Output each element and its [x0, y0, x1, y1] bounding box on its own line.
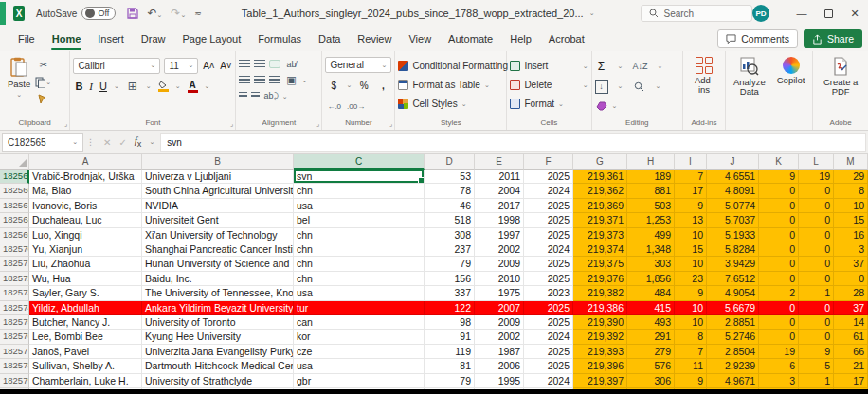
- autosave-toggle[interactable]: Off: [81, 7, 116, 20]
- cell-J182568[interactable]: 5.7037: [707, 213, 759, 227]
- analyze-data-button[interactable]: Analyze Data: [729, 55, 770, 99]
- cell-M182575[interactable]: 14: [834, 315, 868, 330]
- cell-H182565[interactable]: 189: [627, 170, 675, 184]
- cell-K182565[interactable]: 9: [759, 170, 799, 184]
- row-header-182571[interactable]: 182571: [0, 257, 29, 271]
- cell-I182580[interactable]: 6: [675, 388, 707, 389]
- underline-button[interactable]: U: [99, 81, 107, 92]
- find-select-icon[interactable]: [632, 80, 645, 94]
- cell-B182569[interactable]: Xi'an University of Technology: [142, 228, 294, 242]
- cell-C182577[interactable]: cze: [294, 345, 425, 359]
- cell-I182573[interactable]: 9: [675, 286, 707, 300]
- cell-G182568[interactable]: 219,371: [573, 213, 627, 227]
- cell-J182569[interactable]: 5.1933: [707, 228, 759, 242]
- row-header-182575[interactable]: 182575: [0, 315, 29, 330]
- cell-G182572[interactable]: 219,376: [573, 272, 627, 286]
- cell-E182566[interactable]: 2004: [475, 184, 524, 198]
- number-format-select[interactable]: General⌄: [325, 57, 391, 73]
- cell-L182576[interactable]: 0: [799, 330, 834, 344]
- cell-J182565[interactable]: 4.6551: [707, 170, 759, 184]
- cell-C182567[interactable]: usa: [294, 199, 425, 213]
- cell-K182569[interactable]: 0: [759, 228, 799, 242]
- cell-G182578[interactable]: 219,396: [573, 359, 627, 373]
- cell-C182574[interactable]: tur: [294, 301, 425, 315]
- cell-E182579[interactable]: 1995: [475, 374, 524, 388]
- cell-H182578[interactable]: 576: [627, 359, 675, 373]
- enter-icon[interactable]: ✓: [118, 137, 126, 148]
- cell-C182575[interactable]: can: [294, 315, 425, 330]
- row-header-182567[interactable]: 182567: [0, 199, 29, 213]
- increase-decimal-icon[interactable]: ←.0: [327, 102, 341, 111]
- cell-I182574[interactable]: 10: [675, 301, 707, 315]
- cell-H182570[interactable]: 1,348: [627, 242, 675, 257]
- cell-D182579[interactable]: 79: [425, 374, 475, 388]
- cell-A182574[interactable]: Yildiz, Abdullah: [29, 301, 142, 315]
- cell-G182569[interactable]: 219,373: [573, 228, 627, 242]
- column-header-L[interactable]: L: [799, 154, 834, 170]
- customize-toolbar-icon[interactable]: ≂: [194, 9, 202, 18]
- cell-G182580[interactable]: 219,399: [573, 388, 627, 389]
- cell-A182570[interactable]: Yu, Xianjun: [29, 242, 142, 257]
- cell-L182580[interactable]: 42: [799, 388, 834, 389]
- cell-K182577[interactable]: 19: [759, 345, 799, 359]
- cell-L182573[interactable]: 1: [799, 286, 834, 300]
- cell-G182571[interactable]: 219,375: [573, 257, 627, 271]
- cell-H182569[interactable]: 499: [627, 228, 675, 242]
- cell-C182573[interactable]: usa: [294, 286, 425, 300]
- cell-C182566[interactable]: chn: [294, 184, 425, 198]
- cell-E182577[interactable]: 1987: [475, 345, 524, 359]
- cell-A182568[interactable]: Duchateau, Luc: [29, 213, 142, 227]
- cell-F182578[interactable]: 2025: [524, 359, 573, 373]
- cell-F182577[interactable]: 2025: [524, 345, 573, 359]
- tab-home[interactable]: Home: [44, 27, 90, 51]
- cell-H182571[interactable]: 303: [627, 257, 675, 271]
- cell-E182576[interactable]: 2002: [475, 330, 524, 344]
- cell-A182572[interactable]: Wu, Hua: [29, 272, 142, 286]
- cell-L182567[interactable]: 0: [799, 199, 834, 213]
- align-center-icon[interactable]: [254, 76, 265, 84]
- tab-draw[interactable]: Draw: [133, 27, 174, 51]
- cell-H182575[interactable]: 493: [627, 315, 675, 330]
- cell-D182569[interactable]: 308: [425, 228, 475, 242]
- cell-I182568[interactable]: 13: [675, 213, 707, 227]
- tab-help[interactable]: Help: [501, 27, 540, 51]
- row-header-182569[interactable]: 182569: [0, 228, 29, 242]
- cell-D182578[interactable]: 81: [425, 359, 475, 373]
- cell-G182570[interactable]: 219,374: [573, 242, 627, 257]
- column-header-G[interactable]: G: [573, 154, 627, 170]
- cell-K182566[interactable]: 0: [759, 184, 799, 198]
- row-header-182574[interactable]: 182574: [0, 301, 29, 315]
- cell-F182573[interactable]: 2023: [524, 286, 573, 300]
- sort-filter-icon[interactable]: A↓Z: [632, 60, 647, 74]
- dialog-launcher-icon[interactable]: ⌟: [316, 120, 319, 128]
- cell-E182573[interactable]: 1975: [475, 286, 524, 300]
- cell-J182571[interactable]: 3.9429: [707, 257, 759, 271]
- decrease-font-icon[interactable]: A˅: [219, 59, 232, 73]
- percent-format-icon[interactable]: %: [357, 79, 371, 93]
- cell-L182574[interactable]: 0: [799, 301, 834, 315]
- row-header-182566[interactable]: 182566: [0, 184, 29, 198]
- cell-M182573[interactable]: 28: [834, 286, 868, 300]
- cell-K182576[interactable]: 0: [759, 330, 799, 344]
- select-all-corner[interactable]: [0, 154, 29, 170]
- cell-K182574[interactable]: 0: [759, 301, 799, 315]
- cell-J182567[interactable]: 5.0774: [707, 199, 759, 213]
- cell-I182575[interactable]: 10: [675, 315, 707, 330]
- delete-cells-button[interactable]: Delete⌄: [510, 77, 588, 93]
- cell-C182569[interactable]: chn: [294, 228, 425, 242]
- tab-acrobat[interactable]: Acrobat: [540, 27, 593, 51]
- tab-automate[interactable]: Automate: [440, 27, 501, 51]
- cell-H182574[interactable]: 415: [627, 301, 675, 315]
- cell-F182569[interactable]: 2025: [524, 228, 573, 242]
- cell-L182579[interactable]: 1: [799, 374, 834, 388]
- cell-J182577[interactable]: 2.8504: [707, 345, 759, 359]
- addins-button[interactable]: Add-ins: [686, 55, 722, 98]
- cell-L182565[interactable]: 19: [799, 170, 834, 184]
- cell-I182567[interactable]: 9: [675, 199, 707, 213]
- cell-G182573[interactable]: 219,382: [573, 286, 627, 300]
- cell-F182570[interactable]: 2024: [524, 242, 573, 257]
- cell-J182578[interactable]: 2.9239: [707, 359, 759, 373]
- cell-J182575[interactable]: 2.8851: [707, 315, 759, 330]
- column-header-F[interactable]: F: [524, 154, 573, 170]
- cell-K182578[interactable]: 6: [759, 359, 799, 373]
